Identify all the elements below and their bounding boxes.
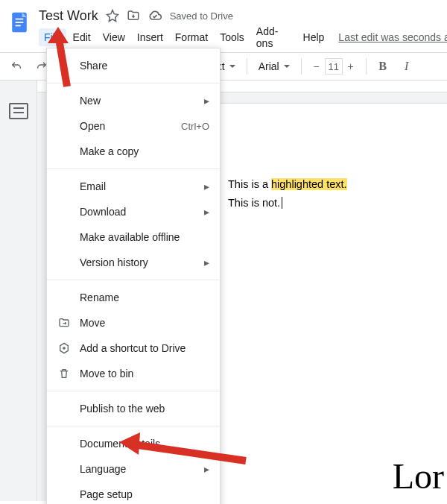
chevron-down-icon [284, 65, 290, 71]
submenu-arrow-icon: ▸ [204, 463, 209, 475]
menuitem-make-copy[interactable]: Make a copy [47, 139, 220, 164]
text-plain: This is not. [228, 197, 280, 209]
save-status: Saved to Drive [170, 10, 233, 22]
outline-button[interactable] [9, 103, 28, 119]
chevron-down-icon [229, 65, 235, 71]
bold-button[interactable]: B [373, 57, 393, 76]
menu-format[interactable]: Format [170, 28, 213, 46]
italic-button[interactable]: I [397, 57, 416, 76]
font-select[interactable]: Arial [254, 56, 294, 77]
cloud-saved-icon [148, 8, 162, 23]
submenu-arrow-icon: ▸ [204, 256, 209, 268]
menuitem-rename[interactable]: Rename [47, 285, 220, 310]
file-menu-dropdown: Share New ▸ Open Ctrl+O Make a copy Emai… [46, 48, 221, 504]
menuitem-offline[interactable]: Make available offline [47, 224, 220, 250]
menuitem-language[interactable]: Language ▸ [47, 456, 220, 482]
left-rail [0, 81, 37, 501]
submenu-arrow-icon: ▸ [204, 180, 209, 192]
menuitem-move[interactable]: Move [47, 310, 220, 336]
menuitem-share[interactable]: Share [47, 53, 220, 78]
menu-file[interactable]: File [39, 28, 66, 46]
font-size-input[interactable]: 11 [325, 58, 343, 75]
svg-rect-2 [16, 22, 24, 23]
submenu-arrow-icon: ▸ [204, 206, 209, 218]
menu-view[interactable]: View [98, 28, 130, 46]
menu-tools[interactable]: Tools [215, 28, 250, 46]
menuitem-move-to-bin[interactable]: Move to bin [47, 361, 220, 386]
decrease-font-button[interactable]: − [308, 58, 325, 75]
doc-line-1[interactable]: This is a highlighted text. [228, 175, 447, 194]
undo-button[interactable] [6, 56, 27, 77]
submenu-arrow-icon: ▸ [204, 95, 209, 107]
text-highlighted: highlighted text. [271, 178, 347, 190]
menuitem-download[interactable]: Download ▸ [47, 199, 220, 224]
menubar: File Edit View Insert Format Tools Add-o… [39, 27, 447, 48]
menuitem-page-setup[interactable]: Page setup [47, 482, 220, 504]
menuitem-document-details[interactable]: Document details [47, 431, 220, 456]
move-icon [57, 316, 71, 330]
shortcut-icon [57, 341, 71, 355]
menuitem-new[interactable]: New ▸ [47, 88, 220, 113]
menu-insert[interactable]: Insert [132, 28, 168, 46]
text-plain: This is a [228, 178, 271, 190]
menuitem-add-shortcut[interactable]: Add a shortcut to Drive [47, 336, 220, 361]
doc-line-2[interactable]: This is not. [228, 194, 447, 212]
star-icon[interactable] [106, 9, 119, 22]
font-label: Arial [259, 60, 279, 72]
menuitem-open[interactable]: Open Ctrl+O [47, 113, 220, 139]
document-title[interactable]: Test Work [39, 8, 98, 24]
menu-addons[interactable]: Add-ons [251, 22, 297, 52]
last-edit-link[interactable]: Last edit was seconds age [338, 31, 447, 43]
watermark-text: Lor [393, 456, 444, 497]
menu-help[interactable]: Help [298, 28, 330, 46]
menuitem-version-history[interactable]: Version history ▸ [47, 250, 220, 275]
document-page[interactable]: This is a highlighted text. This is not. [183, 103, 447, 501]
trash-icon [57, 367, 71, 380]
shortcut-hint: Ctrl+O [181, 121, 209, 132]
text-cursor [282, 197, 285, 209]
docs-logo[interactable] [6, 9, 33, 36]
menuitem-email[interactable]: Email ▸ [47, 174, 220, 199]
move-folder-icon[interactable] [127, 9, 140, 22]
svg-rect-1 [16, 19, 24, 20]
increase-font-button[interactable]: + [343, 58, 359, 75]
menuitem-publish[interactable]: Publish to the web [47, 396, 220, 421]
svg-rect-3 [16, 25, 21, 27]
menu-edit[interactable]: Edit [68, 28, 96, 46]
